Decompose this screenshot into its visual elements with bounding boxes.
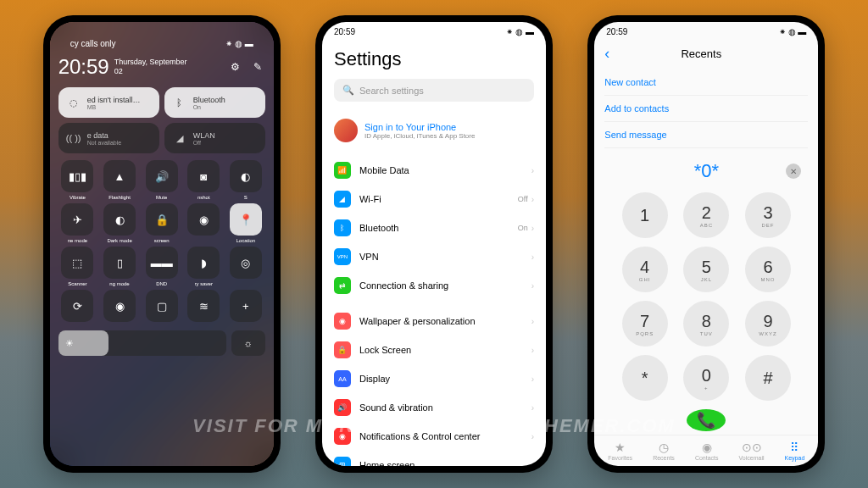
keypad-icon: ⠿ <box>790 441 798 454</box>
tile-mobile-data[interactable]: (( ))e dataNot available <box>58 123 159 153</box>
tab-keypad[interactable]: ⠿Keypad <box>785 441 805 461</box>
qc-blank2[interactable]: ◎ <box>226 247 265 286</box>
key-9[interactable]: 9WXYZ <box>745 301 791 347</box>
qc-plus[interactable]: + <box>226 290 265 322</box>
qc-location[interactable]: 📍Location <box>226 203 265 243</box>
tab-recents[interactable]: ◷Recents <box>653 441 675 461</box>
key-2[interactable]: 2ABC <box>683 192 729 238</box>
qc-scanner[interactable]: ⬚Scanner <box>58 247 97 286</box>
tile-bluetooth[interactable]: ᛒBluetoothOn <box>164 87 265 118</box>
sun-icon: ☼ <box>244 338 253 348</box>
qc-blank1[interactable]: ◉ <box>184 203 223 243</box>
dnd-icon: ▬▬ <box>146 247 178 279</box>
qc-saver[interactable]: ◗ry saver <box>184 247 223 286</box>
row-wallpaper[interactable]: ◉Wallpaper & personalization› <box>334 307 534 336</box>
avatar <box>334 119 358 142</box>
signin-row[interactable]: Sign in to Your iPhoneID Apple, iCloud, … <box>334 112 534 149</box>
qc-nearby[interactable]: ≋ <box>184 290 223 322</box>
key-hash[interactable]: # <box>745 355 791 401</box>
qc-reading[interactable]: ▯ng mode <box>100 247 139 286</box>
phone-control-center: cy calls only ⁕ ◍ ▬ 20:59 Thursday, Sept… <box>43 15 281 473</box>
wifi-icon: ◢ <box>334 191 351 208</box>
opt-send-message[interactable]: Send message <box>604 122 808 148</box>
row-display[interactable]: AADisplay› <box>334 364 534 393</box>
key-4[interactable]: 4GHI <box>622 247 668 292</box>
quick-grid: ▮▯▮Vibrate ▲Flashlight 🔊Mute ◙nshot ◐S ✈… <box>58 160 265 322</box>
clock-row: 20:59 Thursday, September02 ⚙ ✎ <box>58 55 265 79</box>
qc-darkmode[interactable]: ◐Dark mode <box>100 203 139 243</box>
qc-screenshot[interactable]: ◙nshot <box>184 160 223 200</box>
date: Thursday, September02 <box>114 58 187 76</box>
tile-wlan[interactable]: ◢WLANOff <box>164 123 265 153</box>
voicemail-icon: ⊙⊙ <box>742 441 762 454</box>
scanner-icon: ⬚ <box>61 247 93 279</box>
bluetooth-icon: ᛒ <box>334 219 351 236</box>
row-mobile-data[interactable]: 📶Mobile Data› <box>334 156 534 185</box>
tab-voicemail[interactable]: ⊙⊙Voicemail <box>739 441 765 461</box>
sound-icon: 🔊 <box>334 399 351 416</box>
row-notifications[interactable]: ◉Notifications & Control center› <box>334 422 534 451</box>
qc-cast[interactable]: ▢ <box>142 290 181 322</box>
location-icon: 📍 <box>230 203 262 236</box>
backspace-icon[interactable]: ✕ <box>786 164 801 179</box>
key-5[interactable]: 5JKL <box>683 247 729 292</box>
display-icon: AA <box>334 370 351 387</box>
row-bluetooth[interactable]: ᛒBluetoothOn› <box>334 214 534 242</box>
opt-add-contacts[interactable]: Add to contacts <box>604 96 808 122</box>
lock-icon: 🔒 <box>146 203 178 236</box>
qc-vibrate[interactable]: ▮▯▮Vibrate <box>58 160 97 200</box>
bottom-tabs: ★Favorites ◷Recents ◉Contacts ⊙⊙Voicemai… <box>594 435 818 466</box>
tile-data[interactable]: ◌ed isn't install…MB <box>58 87 159 118</box>
camera-icon: ◙ <box>187 160 220 192</box>
dialed-number: *0* ✕ <box>594 160 818 182</box>
qc-mute[interactable]: 🔊Mute <box>142 160 181 200</box>
gear-icon[interactable]: ⚙ <box>228 59 243 75</box>
key-6[interactable]: 6MNO <box>745 247 791 292</box>
volume-slider[interactable]: ☼ <box>231 330 265 356</box>
keypad: 1 2ABC 3DEF 4GHI 5JKL 6MNO 7PQRS 8TUV 9W… <box>594 187 818 406</box>
battery-icon: ◗ <box>187 247 220 279</box>
tab-favorites[interactable]: ★Favorites <box>608 441 632 461</box>
page-title: Settings <box>334 48 534 70</box>
qc-airplane[interactable]: ✈ne mode <box>58 203 97 243</box>
row-connection[interactable]: ⇄Connection & sharing› <box>334 271 534 300</box>
clock-icon: ◷ <box>659 441 669 454</box>
bluetooth-icon: ᛒ <box>171 94 188 111</box>
qc-dnd[interactable]: ▬▬DND <box>142 247 181 286</box>
row-sound[interactable]: 🔊Sound & vibration› <box>334 393 534 422</box>
key-0[interactable]: 0+ <box>683 355 729 401</box>
opt-new-contact[interactable]: New contact <box>604 69 808 96</box>
key-star[interactable]: * <box>622 355 668 401</box>
brightness-icon: ☀ <box>65 338 74 349</box>
key-1[interactable]: 1 <box>622 192 668 238</box>
qc-timer[interactable]: ⟳ <box>58 290 97 322</box>
layers-icon: ≋ <box>187 290 220 322</box>
bell-icon: ◉ <box>334 428 351 445</box>
qc-s[interactable]: ◐S <box>226 160 265 200</box>
wifi-icon: ◢ <box>171 130 188 147</box>
qc-flashlight[interactable]: ▲Flashlight <box>100 160 139 200</box>
timer-icon: ⟳ <box>61 290 93 322</box>
edit-icon[interactable]: ✎ <box>250 59 265 75</box>
mute-icon: 🔊 <box>146 160 178 192</box>
time: 20:59 <box>58 55 109 79</box>
row-lockscreen[interactable]: 🔒Lock Screen› <box>334 336 534 364</box>
drop-icon: ◌ <box>65 94 82 111</box>
key-3[interactable]: 3DEF <box>745 192 791 238</box>
home-icon: ⊞ <box>334 457 351 466</box>
call-button[interactable]: 📞 <box>687 409 726 431</box>
key-8[interactable]: 8TUV <box>683 301 729 347</box>
row-homescreen[interactable]: ⊞Home screen› <box>334 451 534 466</box>
airplane-icon: ✈ <box>61 203 93 236</box>
search-input[interactable]: 🔍Search settings <box>334 79 534 102</box>
brightness-slider[interactable]: ☀ <box>58 330 226 356</box>
status-bar: cy calls only ⁕ ◍ ▬ <box>58 34 265 50</box>
qc-hotspot[interactable]: ◉ <box>100 290 139 322</box>
key-7[interactable]: 7PQRS <box>622 301 668 347</box>
darkmode-icon: ◐ <box>103 203 136 236</box>
tab-contacts[interactable]: ◉Contacts <box>695 441 719 461</box>
row-wifi[interactable]: ◢Wi-FiOff› <box>334 185 534 214</box>
row-vpn[interactable]: VPNVPN› <box>334 242 534 271</box>
qc-screen[interactable]: 🔒screen <box>142 203 181 243</box>
status-icons: ⁕ ◍ ▬ <box>225 39 253 48</box>
